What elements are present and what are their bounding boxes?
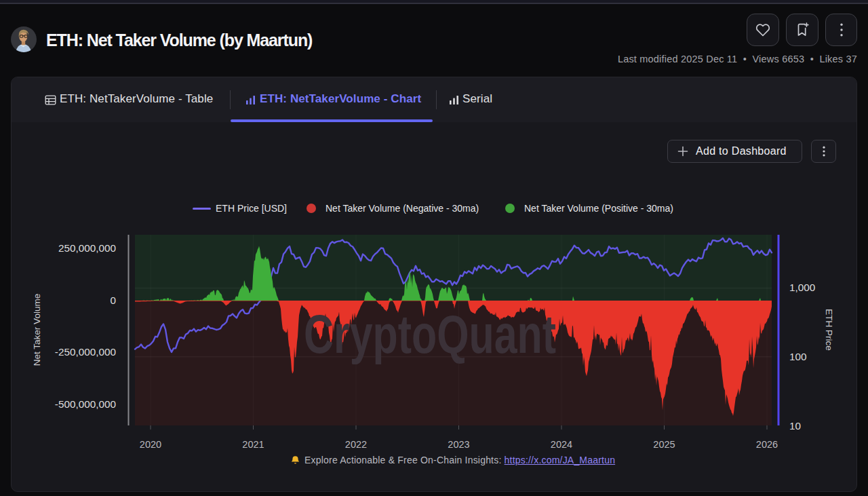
svg-text:100: 100	[789, 351, 807, 362]
svg-text:0: 0	[110, 294, 116, 306]
svg-text:CryptoQuant: CryptoQuant	[304, 304, 556, 364]
svg-text:250,000,000: 250,000,000	[58, 242, 116, 254]
svg-text:2023: 2023	[448, 439, 469, 450]
svg-text:2026: 2026	[756, 439, 778, 450]
svg-text:10: 10	[789, 420, 801, 432]
svg-text:2020: 2020	[140, 439, 161, 450]
svg-text:Net Taker Volume: Net Taker Volume	[32, 294, 42, 366]
svg-text:-500,000,000: -500,000,000	[55, 398, 116, 410]
svg-text:2021: 2021	[242, 439, 264, 450]
svg-text:-250,000,000: -250,000,000	[55, 346, 116, 358]
svg-text:2022: 2022	[345, 439, 367, 450]
svg-text:ETH Price: ETH Price	[824, 309, 834, 351]
svg-text:2024: 2024	[551, 439, 572, 450]
svg-text:1,000: 1,000	[789, 282, 815, 293]
svg-text:2025: 2025	[653, 439, 675, 450]
